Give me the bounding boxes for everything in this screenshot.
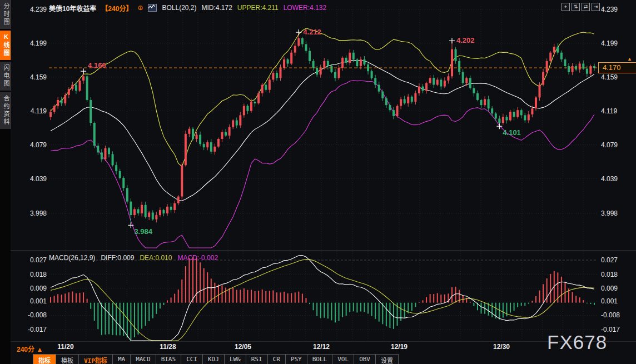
price-axis-label-right: 4.119 (601, 107, 634, 115)
price-axis-label-right: 4.039 (601, 175, 634, 183)
x-axis-label: 12/30 (493, 343, 510, 351)
macd-diff-value: DIFF:0.009 (101, 254, 134, 262)
toolbar-button-bias[interactable]: BIAS (156, 354, 182, 364)
add-indicator-icon[interactable]: ⊕ (137, 4, 143, 12)
chevron-up-icon: ▲ (36, 346, 43, 353)
boll-params-label: BOLL(20,2) (162, 4, 196, 12)
boll-upper-line (51, 28, 594, 167)
macd-params-label: MACD(26,12,9) (49, 254, 95, 262)
x-axis-label: 12/05 (235, 343, 251, 351)
toolbar-button-cci[interactable]: CCI (181, 354, 203, 364)
sidebar-tab-kline-chart[interactable]: K线图 (0, 31, 11, 60)
toolbar-button-lwr[interactable]: LW& (224, 354, 246, 364)
macd-dea-line (51, 260, 594, 341)
pan-right-icon[interactable]: ⇥ (592, 3, 600, 11)
period-tag[interactable]: 【240分】 (101, 3, 132, 13)
price-annotation: 4.101 (496, 123, 521, 137)
price-axis-label-right: 4.079 (601, 141, 634, 149)
price-annotation-label: 4.166 (88, 61, 106, 69)
x-axis-label: 11/28 (160, 343, 176, 351)
macd-axis-label-right: 0.009 (601, 285, 634, 292)
toolbar-button-template[interactable]: 模板 (56, 354, 79, 364)
crosshair-icon[interactable]: + (562, 3, 570, 11)
toolbar-button-ma[interactable]: MA (112, 354, 131, 364)
bollinger-bands (51, 28, 594, 248)
x-axis-label: 12/12 (313, 343, 330, 351)
toolbar-button-settings[interactable]: 设置 (375, 354, 399, 364)
toolbar-button-vol[interactable]: VOL (332, 354, 354, 364)
toolbar-button-cr[interactable]: CR (267, 354, 286, 364)
toolbar-button-psy[interactable]: PSY (285, 354, 307, 364)
price-annotation-label: 4.202 (456, 36, 475, 44)
price-axis-label-right: 4.199 (601, 39, 634, 47)
symbol-title: 美债10年收益率 (49, 3, 96, 13)
chart-header: 美债10年收益率 【240分】 ⊕ BOLL(20,2) MID:4.172 U… (49, 3, 326, 12)
sidebar-tab-time-chart[interactable]: 分时图 (0, 0, 11, 29)
period-selector-label: 240分 (17, 346, 34, 353)
macd-diff-line (51, 256, 594, 341)
macd-axis-label-right: 0.001 (601, 297, 634, 305)
toolbar-button-indicator[interactable]: 指标 (33, 354, 56, 364)
grid (0, 7, 636, 342)
window-controls: +⇅⇄⇥ (562, 3, 600, 11)
fit-vertical-icon[interactable]: ⇅ (572, 3, 580, 11)
boll-upper-value: UPPER:4.211 (237, 4, 279, 12)
macd-axis-label-right: -0.008 (601, 311, 634, 319)
fit-horizontal-icon[interactable]: ⇄ (582, 3, 590, 11)
price-annotation-label: 4.212 (303, 28, 321, 36)
price-axis-label-right: 4.159 (601, 73, 634, 81)
boll-mid-value: MID:4.172 (202, 4, 232, 12)
price-annotation: 3.984 (128, 222, 152, 236)
toolbar-button-macd[interactable]: MACD (130, 354, 156, 364)
price-axis-label-right: 3.998 (601, 210, 634, 217)
macd-axis-label-right: 0.027 (601, 256, 634, 264)
price-annotation-label: 3.984 (134, 227, 152, 236)
macd-dea-value: DEA:0.010 (140, 254, 172, 262)
macd-header: MACD(26,12,9) DIFF:0.009 DEA:0.010 MACD:… (49, 254, 218, 262)
x-axis-label: 11/20 (57, 343, 73, 351)
macd-lines (51, 256, 594, 341)
x-axis-label: 12/19 (391, 343, 408, 351)
boll-lower-line (51, 81, 594, 248)
indicator-toolbar: 指标模板VIP指标MAMACDBIASCCIKDJLW&RSICRPSYBOLL… (33, 354, 399, 364)
toolbar-button-kdj[interactable]: KDJ (202, 354, 225, 364)
app-root: 分时图K线图闪电图合约资料 美债10年收益率 【240分】 ⊕ BOLL(20,… (0, 0, 636, 364)
price-axis-label-right: 4.239 (601, 6, 634, 13)
price-annotation: 4.212 (296, 28, 321, 36)
price-annotation: 4.202 (449, 36, 475, 44)
toolbar-button-vip-indicator[interactable]: VIP指标 (78, 354, 113, 364)
watermark-fx678: FX678 (547, 331, 607, 353)
current-price-label: 4.170 (598, 62, 636, 73)
macd-macd-value: MACD:-0.002 (177, 254, 218, 262)
price-pin-icon: ▲ (627, 56, 632, 62)
toolbar-button-obv[interactable]: OBV (354, 354, 376, 364)
toolbar-button-boll[interactable]: BOLL (307, 354, 333, 364)
chart-style-icon[interactable] (148, 4, 157, 12)
main-chart-svg[interactable]: 4.1663.9844.2124.2024.101 (0, 0, 636, 364)
sidebar-tab-contract-info[interactable]: 合约资料 (0, 92, 11, 129)
sidebar-tab-flash-chart[interactable]: 闪电图 (0, 62, 11, 91)
period-selector[interactable]: 240分 ▲ (17, 344, 43, 353)
sidebar: 分时图K线图闪电图合约资料 (0, 0, 11, 364)
macd-axis-label-right: 0.018 (601, 271, 634, 278)
macd-histogram (50, 257, 595, 340)
boll-lower-value: LOWER:4.132 (284, 4, 326, 12)
toolbar-button-rsi[interactable]: RSI (246, 354, 268, 364)
price-annotation-label: 4.101 (503, 128, 521, 137)
